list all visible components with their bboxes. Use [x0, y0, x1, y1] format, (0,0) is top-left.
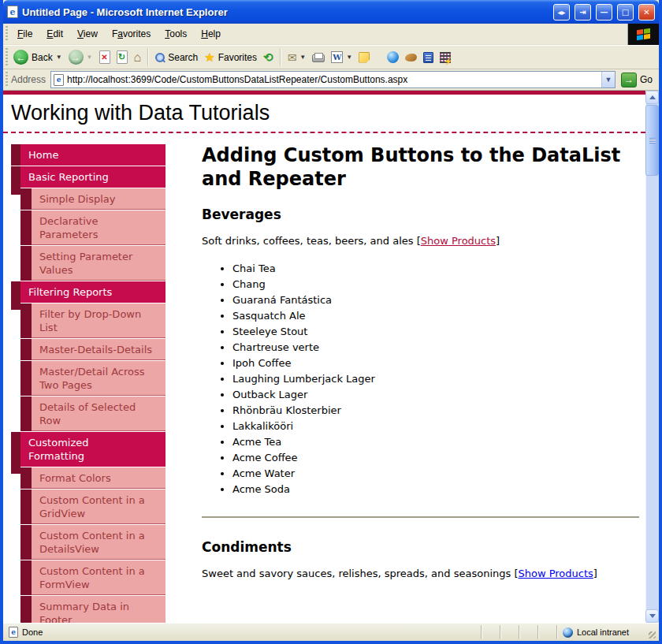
product-item: Sasquatch Ale: [232, 308, 639, 324]
windows-flag-icon: [637, 28, 650, 39]
nav-item-filtering-reports[interactable]: Filtering Reports: [11, 281, 166, 303]
status-page-icon: e: [9, 627, 18, 638]
nav-accent-block: [20, 210, 32, 245]
nav-item-custom-content-in-a-detailsview[interactable]: Custom Content in a DetailsView: [11, 525, 166, 560]
show-products-link[interactable]: Show Products: [421, 235, 496, 247]
menu-view[interactable]: View: [70, 24, 105, 43]
back-button[interactable]: ← Back ▼: [10, 48, 65, 66]
address-url: http://localhost:3699/Code/CustomButtons…: [67, 74, 598, 85]
minimize-button[interactable]: —: [596, 4, 612, 20]
favorites-button[interactable]: ★ Favorites: [201, 50, 260, 65]
nav-item-label: Filtering Reports: [28, 285, 112, 299]
page-icon: e: [54, 74, 64, 86]
resize-grip[interactable]: [645, 624, 657, 641]
product-item: Outback Lager: [232, 387, 639, 403]
nav-item-label: Master/Detail Across Two Pages: [39, 365, 159, 392]
stop-button[interactable]: ✕: [96, 49, 113, 65]
browser-viewport: Working with Data Tutorials HomeBasic Re…: [3, 91, 659, 623]
menu-edit[interactable]: Edit: [39, 24, 70, 43]
go-label: Go: [640, 74, 653, 85]
site-title: Working with Data Tutorials: [11, 101, 645, 125]
history-button[interactable]: ⟲: [260, 50, 277, 65]
messenger-button[interactable]: [384, 50, 402, 65]
menu-tools[interactable]: Tools: [158, 24, 194, 43]
vertical-scrollbar[interactable]: [645, 91, 659, 623]
scroll-down-button[interactable]: [645, 609, 659, 623]
refresh-button[interactable]: ↻: [113, 49, 131, 65]
product-item: Acme Tea: [232, 434, 639, 450]
menu-favorites[interactable]: Favorites: [105, 24, 158, 43]
nav-item-label: Simple Display: [39, 192, 115, 206]
nav-item-simple-display[interactable]: Simple Display: [11, 188, 166, 210]
show-products-link[interactable]: Show Products: [518, 568, 593, 579]
nav-item-summary-data-in-footer[interactable]: Summary Data in Footer: [11, 596, 166, 623]
product-item: Chang: [232, 277, 639, 292]
product-item: Acme Coffee: [232, 450, 639, 466]
research-button[interactable]: [420, 50, 437, 65]
menu-help[interactable]: Help: [194, 24, 228, 43]
print-button[interactable]: [309, 51, 328, 64]
nav-item-master-details-details[interactable]: Master-Details-Details: [11, 339, 166, 360]
toolbar-separator: [147, 48, 149, 66]
go-button[interactable]: → Go: [616, 73, 657, 87]
nav-accent-block: [20, 596, 32, 623]
nav-item-master-detail-across-two-pages[interactable]: Master/Detail Across Two Pages: [11, 361, 166, 396]
go-arrow-icon: →: [621, 73, 637, 87]
article: Adding Custom Buttons to the DataList an…: [202, 143, 645, 592]
mail-button[interactable]: ✉ ▼: [285, 50, 310, 65]
menu-file[interactable]: File: [10, 24, 39, 43]
address-dropdown-button[interactable]: ▼: [601, 72, 615, 87]
toolbar-grip[interactable]: [4, 26, 9, 42]
section-condiments: Condiments Sweet and savory sauces, reli…: [202, 539, 639, 579]
detach-button[interactable]: ⇥: [575, 4, 591, 20]
nav-accent-block: [11, 432, 20, 467]
address-input[interactable]: e http://localhost:3699/Code/CustomButto…: [50, 71, 616, 88]
product-item: Steeleye Stout: [232, 324, 639, 340]
security-zone-panel: Local intranet: [556, 625, 645, 639]
back-dropdown-icon[interactable]: ▼: [56, 54, 62, 61]
toolbar-separator: [280, 48, 281, 66]
mail-icon: ✉: [288, 52, 297, 63]
nav-item-home[interactable]: Home: [11, 144, 166, 166]
nav-item-setting-parameter-values[interactable]: Setting Parameter Values: [11, 246, 166, 281]
product-item: Chai Tea: [232, 261, 639, 277]
nav-item-label: Customized Formatting: [28, 436, 137, 463]
home-button[interactable]: ⌂: [131, 50, 145, 65]
browser-window: e Untitled Page - Microsoft Internet Exp…: [0, 0, 662, 644]
nav-item-custom-content-in-a-formview[interactable]: Custom Content in a FormView: [11, 560, 166, 595]
addon-button-2[interactable]: [437, 50, 454, 65]
toolbar-grip[interactable]: [4, 48, 9, 66]
maximize-button[interactable]: □: [617, 4, 634, 20]
title-bar[interactable]: e Untitled Page - Microsoft Internet Exp…: [3, 0, 659, 24]
scroll-up-button[interactable]: [645, 91, 659, 104]
scrollbar-thumb[interactable]: [645, 105, 659, 176]
nav-item-declarative-parameters[interactable]: Declarative Parameters: [11, 210, 166, 245]
menu-bar-items: FileEditViewFavoritesToolsHelp: [10, 24, 228, 43]
search-icon: [155, 53, 165, 62]
nav-item-custom-content-in-a-gridview[interactable]: Custom Content in a GridView: [11, 490, 166, 524]
nav-item-basic-reporting[interactable]: Basic Reporting: [11, 166, 166, 188]
mail-dropdown-icon[interactable]: ▼: [299, 54, 306, 61]
search-button[interactable]: Search: [152, 50, 201, 65]
toolbar-grip[interactable]: [4, 72, 9, 87]
edit-dropdown-icon[interactable]: ▼: [346, 54, 352, 61]
product-item: Lakkalikööri: [232, 419, 639, 434]
nav-item-label: Custom Content in a FormView: [39, 564, 159, 591]
zone-text: Local intranet: [577, 627, 629, 637]
product-item: Guaraná Fantástica: [232, 292, 639, 308]
section-beverages: Beverages Soft drinks, coffees, teas, be…: [202, 207, 639, 497]
nav-accent-block: [20, 396, 32, 431]
nav-item-format-colors[interactable]: Format Colors: [11, 467, 166, 489]
nav-item-customized-formatting[interactable]: Customized Formatting: [11, 432, 166, 467]
close-button[interactable]: ✕: [638, 4, 655, 20]
forward-dropdown-icon: ▼: [87, 54, 93, 61]
addon-button-1[interactable]: [402, 52, 420, 63]
nav-item-filter-by-drop-down-list[interactable]: Filter by Drop-Down List: [11, 303, 166, 338]
pan-arrows-button[interactable]: ◂▸: [553, 4, 570, 20]
notes-button[interactable]: [355, 50, 373, 65]
status-panel: [537, 625, 556, 639]
edit-button[interactable]: W ▼: [328, 50, 355, 65]
nav-accent-block: [20, 525, 32, 560]
nav-item-details-of-selected-row[interactable]: Details of Selected Row: [11, 396, 166, 431]
forward-button[interactable]: → ▼: [65, 48, 96, 66]
